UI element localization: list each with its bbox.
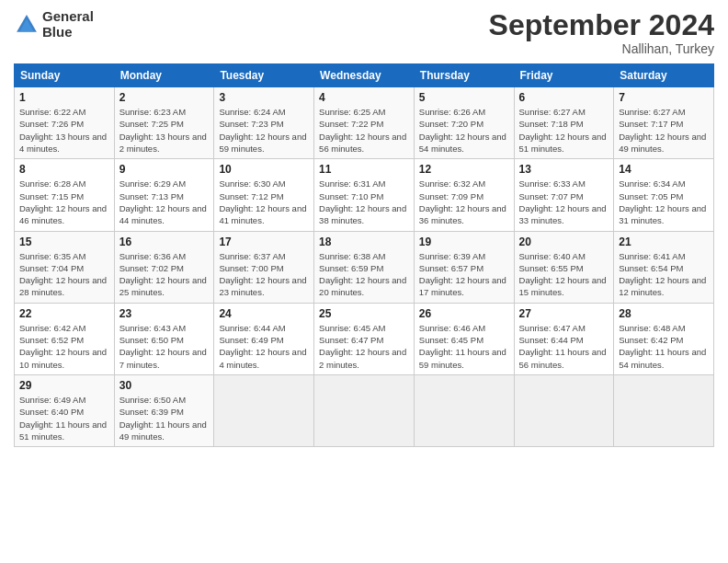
table-cell: 16 Sunrise: 6:36 AMSunset: 7:02 PMDaylig…: [114, 231, 214, 303]
table-cell: 28 Sunrise: 6:48 AMSunset: 6:42 PMDaylig…: [614, 303, 714, 374]
day-detail: Sunrise: 6:47 AMSunset: 6:44 PMDaylight:…: [519, 322, 609, 371]
table-cell: 3 Sunrise: 6:24 AMSunset: 7:23 PMDayligh…: [214, 87, 314, 159]
day-number: 13: [519, 163, 609, 176]
table-cell: 4 Sunrise: 6:25 AMSunset: 7:22 PMDayligh…: [314, 87, 415, 159]
month-title: September 2024: [489, 9, 714, 41]
day-number: 17: [219, 236, 309, 248]
calendar-row-3: 22 Sunrise: 6:42 AMSunset: 6:52 PMDaylig…: [15, 303, 714, 374]
col-sunday: Sunday: [15, 64, 115, 87]
day-detail: Sunrise: 6:23 AMSunset: 7:25 PMDaylight:…: [119, 106, 210, 155]
day-detail: Sunrise: 6:43 AMSunset: 6:50 PMDaylight:…: [119, 322, 210, 371]
table-cell: 7 Sunrise: 6:27 AMSunset: 7:17 PMDayligh…: [614, 87, 714, 159]
day-detail: Sunrise: 6:29 AMSunset: 7:13 PMDaylight:…: [119, 178, 210, 226]
table-cell: 12 Sunrise: 6:32 AMSunset: 7:09 PMDaylig…: [414, 159, 514, 231]
day-detail: Sunrise: 6:22 AMSunset: 7:26 PMDaylight:…: [19, 106, 109, 155]
day-number: 6: [519, 91, 609, 104]
table-cell: 15 Sunrise: 6:35 AMSunset: 7:04 PMDaylig…: [15, 231, 115, 303]
day-number: 30: [119, 379, 210, 392]
page: General Blue September 2024 Nallihan, Tu…: [0, 0, 728, 563]
logo: General Blue: [14, 9, 94, 40]
day-detail: Sunrise: 6:48 AMSunset: 6:42 PMDaylight:…: [619, 322, 709, 371]
table-cell: [314, 374, 415, 446]
calendar-table: Sunday Monday Tuesday Wednesday Thursday…: [14, 63, 714, 447]
day-detail: Sunrise: 6:40 AMSunset: 6:55 PMDaylight:…: [519, 250, 609, 299]
day-detail: Sunrise: 6:38 AMSunset: 6:59 PMDaylight:…: [319, 250, 409, 299]
col-saturday: Saturday: [614, 64, 714, 87]
col-monday: Monday: [114, 64, 214, 87]
day-number: 12: [419, 163, 509, 176]
table-cell: 26 Sunrise: 6:46 AMSunset: 6:45 PMDaylig…: [414, 303, 514, 374]
day-detail: Sunrise: 6:33 AMSunset: 7:07 PMDaylight:…: [519, 178, 609, 226]
day-number: 10: [219, 163, 309, 176]
day-number: 27: [519, 307, 609, 320]
day-detail: Sunrise: 6:27 AMSunset: 7:18 PMDaylight:…: [519, 106, 609, 155]
day-detail: Sunrise: 6:46 AMSunset: 6:45 PMDaylight:…: [419, 322, 509, 371]
day-detail: Sunrise: 6:35 AMSunset: 7:04 PMDaylight:…: [19, 250, 109, 299]
day-detail: Sunrise: 6:42 AMSunset: 6:52 PMDaylight:…: [19, 322, 109, 371]
calendar-row-2: 15 Sunrise: 6:35 AMSunset: 7:04 PMDaylig…: [15, 231, 714, 303]
col-wednesday: Wednesday: [314, 64, 415, 87]
table-cell: 2 Sunrise: 6:23 AMSunset: 7:25 PMDayligh…: [114, 87, 214, 159]
table-cell: 22 Sunrise: 6:42 AMSunset: 6:52 PMDaylig…: [15, 303, 115, 374]
table-cell: 21 Sunrise: 6:41 AMSunset: 6:54 PMDaylig…: [614, 231, 714, 303]
day-number: 21: [619, 236, 709, 248]
day-number: 19: [419, 236, 509, 248]
table-cell: 10 Sunrise: 6:30 AMSunset: 7:12 PMDaylig…: [214, 159, 314, 231]
calendar-row-0: 1 Sunrise: 6:22 AMSunset: 7:26 PMDayligh…: [15, 87, 714, 159]
location: Nallihan, Turkey: [489, 41, 714, 56]
day-number: 20: [519, 236, 609, 248]
logo-icon: [14, 12, 40, 38]
day-number: 8: [19, 163, 109, 176]
table-cell: 23 Sunrise: 6:43 AMSunset: 6:50 PMDaylig…: [114, 303, 214, 374]
day-detail: Sunrise: 6:45 AMSunset: 6:47 PMDaylight:…: [319, 322, 409, 371]
day-number: 2: [119, 91, 210, 104]
calendar-row-1: 8 Sunrise: 6:28 AMSunset: 7:15 PMDayligh…: [15, 159, 714, 231]
table-cell: [214, 374, 314, 446]
col-thursday: Thursday: [414, 64, 514, 87]
day-number: 9: [119, 163, 210, 176]
logo-text: General Blue: [42, 9, 94, 40]
day-detail: Sunrise: 6:27 AMSunset: 7:17 PMDaylight:…: [619, 106, 709, 155]
table-cell: 1 Sunrise: 6:22 AMSunset: 7:26 PMDayligh…: [15, 87, 115, 159]
day-detail: Sunrise: 6:32 AMSunset: 7:09 PMDaylight:…: [419, 178, 509, 226]
table-cell: 18 Sunrise: 6:38 AMSunset: 6:59 PMDaylig…: [314, 231, 415, 303]
col-friday: Friday: [514, 64, 614, 87]
day-number: 5: [419, 91, 509, 104]
day-number: 4: [319, 91, 409, 104]
title-block: September 2024 Nallihan, Turkey: [489, 9, 714, 56]
day-number: 24: [219, 307, 309, 320]
day-detail: Sunrise: 6:49 AMSunset: 6:40 PMDaylight:…: [19, 394, 109, 442]
day-detail: Sunrise: 6:44 AMSunset: 6:49 PMDaylight:…: [219, 322, 309, 371]
calendar-row-4: 29 Sunrise: 6:49 AMSunset: 6:40 PMDaylig…: [15, 374, 714, 446]
day-detail: Sunrise: 6:28 AMSunset: 7:15 PMDaylight:…: [19, 178, 109, 226]
header: General Blue September 2024 Nallihan, Tu…: [14, 9, 714, 56]
table-cell: 14 Sunrise: 6:34 AMSunset: 7:05 PMDaylig…: [614, 159, 714, 231]
day-detail: Sunrise: 6:30 AMSunset: 7:12 PMDaylight:…: [219, 178, 309, 226]
table-cell: [614, 374, 714, 446]
table-cell: 6 Sunrise: 6:27 AMSunset: 7:18 PMDayligh…: [514, 87, 614, 159]
day-number: 1: [19, 91, 109, 104]
day-number: 18: [319, 236, 409, 248]
day-number: 25: [319, 307, 409, 320]
day-detail: Sunrise: 6:39 AMSunset: 6:57 PMDaylight:…: [419, 250, 509, 299]
logo-line1: General: [42, 9, 94, 25]
day-detail: Sunrise: 6:25 AMSunset: 7:22 PMDaylight:…: [319, 106, 409, 155]
table-cell: 19 Sunrise: 6:39 AMSunset: 6:57 PMDaylig…: [414, 231, 514, 303]
day-detail: Sunrise: 6:50 AMSunset: 6:39 PMDaylight:…: [119, 394, 210, 442]
table-cell: 17 Sunrise: 6:37 AMSunset: 7:00 PMDaylig…: [214, 231, 314, 303]
day-detail: Sunrise: 6:31 AMSunset: 7:10 PMDaylight:…: [319, 178, 409, 226]
table-cell: 20 Sunrise: 6:40 AMSunset: 6:55 PMDaylig…: [514, 231, 614, 303]
col-tuesday: Tuesday: [214, 64, 314, 87]
day-detail: Sunrise: 6:34 AMSunset: 7:05 PMDaylight:…: [619, 178, 709, 226]
logo-line2: Blue: [42, 25, 94, 40]
day-number: 16: [119, 236, 210, 248]
table-cell: [514, 374, 614, 446]
calendar-header-row: Sunday Monday Tuesday Wednesday Thursday…: [15, 64, 714, 87]
day-number: 22: [19, 307, 109, 320]
day-number: 28: [619, 307, 709, 320]
table-cell: 27 Sunrise: 6:47 AMSunset: 6:44 PMDaylig…: [514, 303, 614, 374]
table-cell: 25 Sunrise: 6:45 AMSunset: 6:47 PMDaylig…: [314, 303, 415, 374]
day-detail: Sunrise: 6:36 AMSunset: 7:02 PMDaylight:…: [119, 250, 210, 299]
day-detail: Sunrise: 6:41 AMSunset: 6:54 PMDaylight:…: [619, 250, 709, 299]
table-cell: 13 Sunrise: 6:33 AMSunset: 7:07 PMDaylig…: [514, 159, 614, 231]
